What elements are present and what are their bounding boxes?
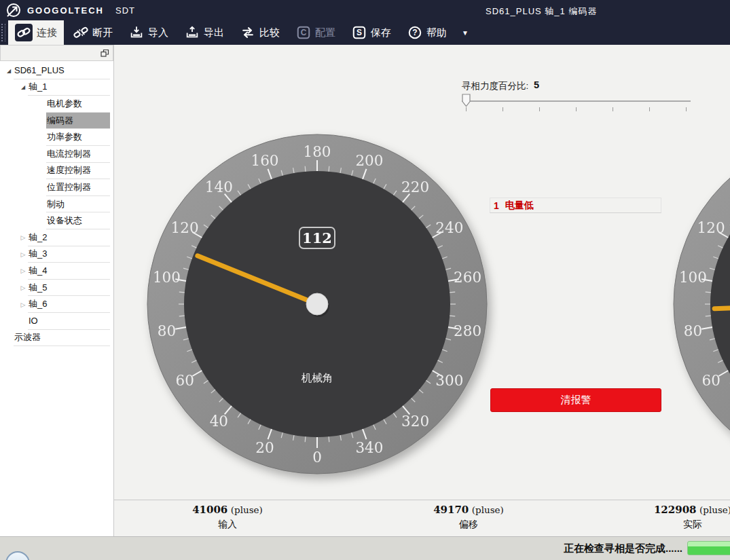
readout-label: 偏移 bbox=[401, 519, 536, 531]
tree-item-axis-1[interactable]: ◢轴_1 bbox=[0, 79, 113, 96]
collapsed-triangle-icon[interactable]: ▷ bbox=[18, 229, 28, 246]
slider-thumb[interactable] bbox=[462, 94, 471, 107]
readout-unit: (pluse) bbox=[231, 504, 263, 515]
tree-item-label: 制动 bbox=[46, 196, 110, 213]
tree-item-axis-4[interactable]: ▷轴_4 bbox=[0, 263, 113, 280]
tree-item-axis-2[interactable]: ▷轴_2 bbox=[0, 229, 113, 246]
disconnect-button[interactable]: 断开 bbox=[67, 20, 120, 45]
sidebar-header bbox=[0, 45, 113, 61]
collapsed-triangle-icon[interactable]: ▷ bbox=[18, 280, 28, 297]
svg-text:260: 260 bbox=[454, 269, 481, 286]
connect-button[interactable]: 连接 bbox=[8, 20, 64, 45]
tree-item-label: 轴_2 bbox=[28, 229, 110, 246]
slider-tick bbox=[503, 107, 503, 111]
tree-item-brake[interactable]: 制动 bbox=[0, 196, 113, 213]
tree-item-axis-3[interactable]: ▷轴_3 bbox=[0, 246, 113, 263]
tree-item-io[interactable]: IO bbox=[0, 313, 113, 330]
tree-item-encoder[interactable]: 编码器 bbox=[0, 113, 113, 130]
svg-text:112: 112 bbox=[302, 229, 332, 246]
toolbar-button-label: 帮助 bbox=[426, 26, 447, 39]
slider-track[interactable] bbox=[462, 100, 691, 102]
compare-arrows-icon bbox=[240, 25, 255, 40]
tree-item-label: 轴_1 bbox=[28, 79, 110, 96]
svg-text:160: 160 bbox=[251, 152, 279, 169]
svg-text:60: 60 bbox=[701, 372, 720, 389]
tree-item-label: 编码器 bbox=[46, 113, 110, 130]
import-button[interactable]: 导入 bbox=[122, 20, 175, 45]
svg-text:0: 0 bbox=[312, 449, 322, 466]
slider-tick bbox=[466, 107, 467, 111]
svg-text:S: S bbox=[357, 28, 362, 37]
tree-item-label: 轴_3 bbox=[28, 246, 110, 263]
tree-indent-spacer bbox=[37, 212, 46, 229]
readout-label: 实际 bbox=[625, 519, 730, 531]
tree-item-power-params[interactable]: 功率参数 bbox=[0, 129, 113, 146]
tree-item-label: 电流控制器 bbox=[46, 146, 110, 163]
svg-text:240: 240 bbox=[435, 219, 463, 236]
float-window-icon[interactable] bbox=[101, 49, 109, 58]
save-button[interactable]: S保存 bbox=[345, 20, 398, 45]
clear-alarm-button[interactable]: 清报警 bbox=[490, 388, 661, 412]
app-name: SDT bbox=[115, 5, 135, 16]
tree-item-axis-6[interactable]: ▷轴_6 bbox=[0, 296, 113, 313]
brand-text: GOOGOLTECH bbox=[27, 5, 104, 16]
expanded-triangle-icon[interactable]: ◢ bbox=[4, 62, 14, 79]
tree-item-label: IO bbox=[28, 313, 110, 330]
tree-item-device-status[interactable]: 设备状态 bbox=[0, 212, 113, 229]
tree-indent-spacer bbox=[37, 196, 46, 213]
tree-item-axis-5[interactable]: ▷轴_5 bbox=[0, 280, 113, 297]
alarm-list-item[interactable]: 1 电量低 bbox=[490, 198, 661, 213]
expanded-triangle-icon[interactable]: ◢ bbox=[18, 79, 28, 96]
tree-item-label: 功率参数 bbox=[46, 129, 110, 146]
tree-indent-spacer bbox=[37, 129, 46, 146]
svg-text:机械角: 机械角 bbox=[302, 372, 333, 384]
readout-value: 41006 bbox=[192, 504, 227, 516]
title-bar: GOOGOLTECH SDT SD61_PLUS 轴_1 编码器 bbox=[0, 0, 730, 20]
readout-separator bbox=[114, 500, 730, 500]
secondary-gauge-partial: 0204060801001201401601802002202402602803… bbox=[667, 128, 730, 483]
tree-item-label: 速度控制器 bbox=[46, 163, 110, 180]
tree-item-speed-controller[interactable]: 速度控制器 bbox=[0, 163, 113, 180]
collapsed-triangle-icon[interactable]: ▷ bbox=[18, 296, 28, 313]
svg-text:120: 120 bbox=[171, 219, 199, 236]
tree-item-position-controller[interactable]: 位置控制器 bbox=[0, 179, 113, 196]
slider-tick bbox=[649, 107, 650, 111]
chain-broken-icon bbox=[73, 25, 88, 40]
svg-text:300: 300 bbox=[435, 372, 463, 389]
svg-text:40: 40 bbox=[210, 413, 228, 430]
input-readout: 41006 (pluse)输入 bbox=[160, 504, 295, 531]
status-message: 正在检查寻相是否完成...... bbox=[564, 537, 682, 559]
tree-indent-spacer bbox=[37, 146, 46, 163]
device-tree: ◢SD61_PLUS◢轴_1电机参数编码器功率参数电流控制器速度控制器位置控制器… bbox=[0, 62, 113, 346]
toolbar-items: 连接断开导入导出比较C配置S保存?帮助 bbox=[8, 20, 456, 45]
svg-text:200: 200 bbox=[355, 152, 383, 169]
alarm-message: 电量低 bbox=[505, 200, 534, 212]
tree-item-current-controller[interactable]: 电流控制器 bbox=[0, 146, 113, 163]
offset-readout: 49170 (pluse)偏移 bbox=[401, 504, 536, 531]
tree-item-sd61-plus[interactable]: ◢SD61_PLUS bbox=[0, 62, 113, 79]
toolbar-grip[interactable] bbox=[1, 24, 5, 41]
slider-tick bbox=[576, 107, 577, 111]
phase-search-strength-label: 寻相力度百分比: bbox=[462, 80, 528, 92]
tree-item-label: SD61_PLUS bbox=[14, 62, 110, 79]
svg-text:180: 180 bbox=[303, 143, 331, 160]
svg-text:C: C bbox=[301, 28, 307, 37]
tree-item-label: 示波器 bbox=[14, 330, 110, 347]
tree-indent-spacer bbox=[37, 163, 46, 180]
svg-text:320: 320 bbox=[401, 413, 429, 430]
tree-item-label: 轴_5 bbox=[28, 280, 110, 297]
compare-button[interactable]: 比较 bbox=[234, 20, 287, 45]
export-button[interactable]: 导出 bbox=[178, 20, 231, 45]
collapsed-triangle-icon[interactable]: ▷ bbox=[18, 263, 28, 280]
import-tray-icon bbox=[129, 25, 144, 40]
question-circle-icon: ? bbox=[407, 25, 422, 40]
tree-item-oscilloscope[interactable]: 示波器 bbox=[0, 330, 113, 347]
help-button[interactable]: ?帮助 bbox=[401, 20, 454, 45]
collapsed-triangle-icon[interactable]: ▷ bbox=[18, 246, 28, 263]
export-tray-icon bbox=[185, 25, 200, 40]
readout-label: 输入 bbox=[160, 519, 295, 531]
tree-item-motor-params[interactable]: 电机参数 bbox=[0, 96, 113, 113]
tree-indent-spacer bbox=[37, 113, 46, 130]
toolbar-overflow-button[interactable]: ▼ bbox=[456, 20, 474, 45]
titlebar-context: SD61_PLUS 轴_1 编码器 bbox=[486, 5, 597, 18]
